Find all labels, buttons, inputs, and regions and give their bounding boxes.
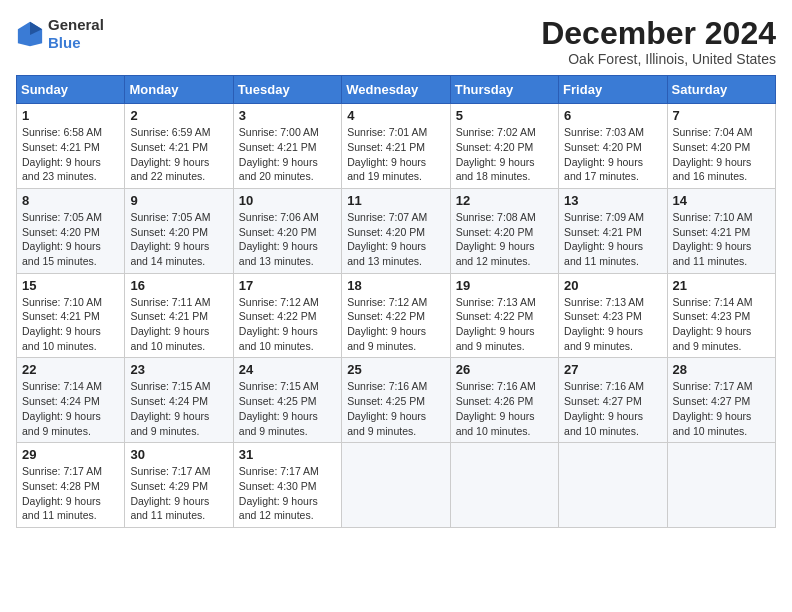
day-info: Sunrise: 6:58 AMSunset: 4:21 PMDaylight:… (22, 125, 119, 184)
day-info: Sunrise: 7:01 AMSunset: 4:21 PMDaylight:… (347, 125, 444, 184)
day-number: 22 (22, 362, 119, 377)
day-number: 14 (673, 193, 770, 208)
daylight-hours: Daylight: 9 hours and 9 minutes. (456, 324, 553, 353)
weekday-header-row: SundayMondayTuesdayWednesdayThursdayFrid… (17, 76, 776, 104)
sunset-time: Sunset: 4:21 PM (22, 309, 119, 324)
month-title: December 2024 (541, 16, 776, 51)
daylight-hours: Daylight: 9 hours and 12 minutes. (239, 494, 336, 523)
day-number: 10 (239, 193, 336, 208)
daylight-hours: Daylight: 9 hours and 9 minutes. (673, 324, 770, 353)
day-cell-18: 18Sunrise: 7:12 AMSunset: 4:22 PMDayligh… (342, 273, 450, 358)
day-number: 4 (347, 108, 444, 123)
daylight-hours: Daylight: 9 hours and 22 minutes. (130, 155, 227, 184)
weekday-header-friday: Friday (559, 76, 667, 104)
daylight-hours: Daylight: 9 hours and 9 minutes. (239, 409, 336, 438)
day-cell-22: 22Sunrise: 7:14 AMSunset: 4:24 PMDayligh… (17, 358, 125, 443)
day-number: 3 (239, 108, 336, 123)
sunrise-time: Sunrise: 7:14 AM (22, 379, 119, 394)
sunset-time: Sunset: 4:20 PM (130, 225, 227, 240)
sunrise-time: Sunrise: 7:17 AM (22, 464, 119, 479)
sunrise-time: Sunrise: 6:58 AM (22, 125, 119, 140)
day-cell-27: 27Sunrise: 7:16 AMSunset: 4:27 PMDayligh… (559, 358, 667, 443)
day-cell-28: 28Sunrise: 7:17 AMSunset: 4:27 PMDayligh… (667, 358, 775, 443)
day-number: 5 (456, 108, 553, 123)
sunset-time: Sunset: 4:25 PM (239, 394, 336, 409)
day-number: 29 (22, 447, 119, 462)
day-info: Sunrise: 7:15 AMSunset: 4:25 PMDaylight:… (239, 379, 336, 438)
calendar-week-5: 29Sunrise: 7:17 AMSunset: 4:28 PMDayligh… (17, 443, 776, 528)
calendar-table: SundayMondayTuesdayWednesdayThursdayFrid… (16, 75, 776, 528)
logo-text: General Blue (48, 16, 104, 52)
daylight-hours: Daylight: 9 hours and 23 minutes. (22, 155, 119, 184)
day-cell-16: 16Sunrise: 7:11 AMSunset: 4:21 PMDayligh… (125, 273, 233, 358)
day-number: 21 (673, 278, 770, 293)
daylight-hours: Daylight: 9 hours and 9 minutes. (564, 324, 661, 353)
sunset-time: Sunset: 4:25 PM (347, 394, 444, 409)
day-cell-21: 21Sunrise: 7:14 AMSunset: 4:23 PMDayligh… (667, 273, 775, 358)
sunrise-time: Sunrise: 7:17 AM (239, 464, 336, 479)
sunset-time: Sunset: 4:21 PM (673, 225, 770, 240)
day-info: Sunrise: 7:05 AMSunset: 4:20 PMDaylight:… (130, 210, 227, 269)
day-cell-11: 11Sunrise: 7:07 AMSunset: 4:20 PMDayligh… (342, 188, 450, 273)
daylight-hours: Daylight: 9 hours and 10 minutes. (239, 324, 336, 353)
day-cell-19: 19Sunrise: 7:13 AMSunset: 4:22 PMDayligh… (450, 273, 558, 358)
day-number: 31 (239, 447, 336, 462)
day-number: 6 (564, 108, 661, 123)
day-info: Sunrise: 7:00 AMSunset: 4:21 PMDaylight:… (239, 125, 336, 184)
daylight-hours: Daylight: 9 hours and 11 minutes. (564, 239, 661, 268)
sunrise-time: Sunrise: 7:08 AM (456, 210, 553, 225)
sunrise-time: Sunrise: 7:10 AM (22, 295, 119, 310)
day-info: Sunrise: 7:15 AMSunset: 4:24 PMDaylight:… (130, 379, 227, 438)
daylight-hours: Daylight: 9 hours and 10 minutes. (673, 409, 770, 438)
sunset-time: Sunset: 4:20 PM (564, 140, 661, 155)
day-info: Sunrise: 7:16 AMSunset: 4:25 PMDaylight:… (347, 379, 444, 438)
day-info: Sunrise: 7:03 AMSunset: 4:20 PMDaylight:… (564, 125, 661, 184)
sunset-time: Sunset: 4:29 PM (130, 479, 227, 494)
day-cell-3: 3Sunrise: 7:00 AMSunset: 4:21 PMDaylight… (233, 104, 341, 189)
empty-cell (667, 443, 775, 528)
daylight-hours: Daylight: 9 hours and 11 minutes. (673, 239, 770, 268)
sunrise-time: Sunrise: 7:15 AM (239, 379, 336, 394)
sunrise-time: Sunrise: 7:16 AM (564, 379, 661, 394)
day-cell-2: 2Sunrise: 6:59 AMSunset: 4:21 PMDaylight… (125, 104, 233, 189)
day-info: Sunrise: 7:07 AMSunset: 4:20 PMDaylight:… (347, 210, 444, 269)
empty-cell (450, 443, 558, 528)
sunset-time: Sunset: 4:22 PM (456, 309, 553, 324)
sunrise-time: Sunrise: 7:16 AM (347, 379, 444, 394)
logo: General Blue (16, 16, 104, 52)
logo-icon (16, 20, 44, 48)
day-info: Sunrise: 7:17 AMSunset: 4:28 PMDaylight:… (22, 464, 119, 523)
sunrise-time: Sunrise: 7:07 AM (347, 210, 444, 225)
day-info: Sunrise: 7:09 AMSunset: 4:21 PMDaylight:… (564, 210, 661, 269)
day-number: 26 (456, 362, 553, 377)
sunset-time: Sunset: 4:20 PM (673, 140, 770, 155)
day-info: Sunrise: 7:10 AMSunset: 4:21 PMDaylight:… (22, 295, 119, 354)
daylight-hours: Daylight: 9 hours and 13 minutes. (239, 239, 336, 268)
day-number: 7 (673, 108, 770, 123)
sunset-time: Sunset: 4:30 PM (239, 479, 336, 494)
daylight-hours: Daylight: 9 hours and 10 minutes. (22, 324, 119, 353)
day-info: Sunrise: 7:17 AMSunset: 4:27 PMDaylight:… (673, 379, 770, 438)
day-info: Sunrise: 7:14 AMSunset: 4:24 PMDaylight:… (22, 379, 119, 438)
sunrise-time: Sunrise: 7:04 AM (673, 125, 770, 140)
sunset-time: Sunset: 4:27 PM (564, 394, 661, 409)
day-cell-15: 15Sunrise: 7:10 AMSunset: 4:21 PMDayligh… (17, 273, 125, 358)
sunrise-time: Sunrise: 7:05 AM (130, 210, 227, 225)
day-info: Sunrise: 7:02 AMSunset: 4:20 PMDaylight:… (456, 125, 553, 184)
day-number: 19 (456, 278, 553, 293)
sunset-time: Sunset: 4:21 PM (239, 140, 336, 155)
day-info: Sunrise: 7:11 AMSunset: 4:21 PMDaylight:… (130, 295, 227, 354)
day-cell-25: 25Sunrise: 7:16 AMSunset: 4:25 PMDayligh… (342, 358, 450, 443)
sunrise-time: Sunrise: 7:12 AM (239, 295, 336, 310)
weekday-header-sunday: Sunday (17, 76, 125, 104)
day-info: Sunrise: 7:12 AMSunset: 4:22 PMDaylight:… (239, 295, 336, 354)
weekday-header-monday: Monday (125, 76, 233, 104)
day-info: Sunrise: 7:16 AMSunset: 4:27 PMDaylight:… (564, 379, 661, 438)
day-number: 16 (130, 278, 227, 293)
day-info: Sunrise: 7:05 AMSunset: 4:20 PMDaylight:… (22, 210, 119, 269)
daylight-hours: Daylight: 9 hours and 14 minutes. (130, 239, 227, 268)
daylight-hours: Daylight: 9 hours and 18 minutes. (456, 155, 553, 184)
daylight-hours: Daylight: 9 hours and 10 minutes. (564, 409, 661, 438)
sunset-time: Sunset: 4:21 PM (130, 140, 227, 155)
daylight-hours: Daylight: 9 hours and 15 minutes. (22, 239, 119, 268)
